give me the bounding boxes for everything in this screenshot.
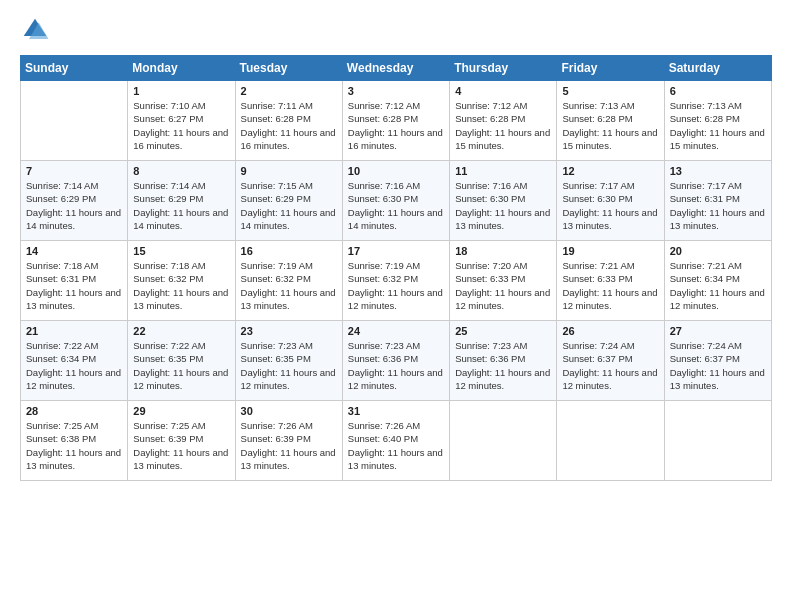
calendar-cell: 21Sunrise: 7:22 AMSunset: 6:34 PMDayligh… (21, 321, 128, 401)
page: SundayMondayTuesdayWednesdayThursdayFrid… (0, 0, 792, 612)
day-number: 14 (26, 245, 122, 257)
calendar-cell: 10Sunrise: 7:16 AMSunset: 6:30 PMDayligh… (342, 161, 449, 241)
weekday-row: SundayMondayTuesdayWednesdayThursdayFrid… (21, 56, 772, 81)
day-info: Sunrise: 7:14 AMSunset: 6:29 PMDaylight:… (26, 179, 122, 232)
day-number: 4 (455, 85, 551, 97)
day-number: 6 (670, 85, 766, 97)
day-info: Sunrise: 7:20 AMSunset: 6:33 PMDaylight:… (455, 259, 551, 312)
calendar-cell: 22Sunrise: 7:22 AMSunset: 6:35 PMDayligh… (128, 321, 235, 401)
day-number: 18 (455, 245, 551, 257)
day-info: Sunrise: 7:14 AMSunset: 6:29 PMDaylight:… (133, 179, 229, 232)
day-info: Sunrise: 7:17 AMSunset: 6:31 PMDaylight:… (670, 179, 766, 232)
day-number: 13 (670, 165, 766, 177)
calendar-cell: 25Sunrise: 7:23 AMSunset: 6:36 PMDayligh… (450, 321, 557, 401)
calendar-cell: 28Sunrise: 7:25 AMSunset: 6:38 PMDayligh… (21, 401, 128, 481)
calendar-cell: 6Sunrise: 7:13 AMSunset: 6:28 PMDaylight… (664, 81, 771, 161)
day-number: 20 (670, 245, 766, 257)
day-info: Sunrise: 7:12 AMSunset: 6:28 PMDaylight:… (455, 99, 551, 152)
calendar-cell: 31Sunrise: 7:26 AMSunset: 6:40 PMDayligh… (342, 401, 449, 481)
calendar-cell: 27Sunrise: 7:24 AMSunset: 6:37 PMDayligh… (664, 321, 771, 401)
day-info: Sunrise: 7:16 AMSunset: 6:30 PMDaylight:… (455, 179, 551, 232)
calendar-cell: 1Sunrise: 7:10 AMSunset: 6:27 PMDaylight… (128, 81, 235, 161)
day-info: Sunrise: 7:24 AMSunset: 6:37 PMDaylight:… (562, 339, 658, 392)
day-number: 7 (26, 165, 122, 177)
day-number: 17 (348, 245, 444, 257)
calendar-cell: 29Sunrise: 7:25 AMSunset: 6:39 PMDayligh… (128, 401, 235, 481)
calendar-cell: 11Sunrise: 7:16 AMSunset: 6:30 PMDayligh… (450, 161, 557, 241)
calendar-week-2: 7Sunrise: 7:14 AMSunset: 6:29 PMDaylight… (21, 161, 772, 241)
day-number: 30 (241, 405, 337, 417)
weekday-header-thursday: Thursday (450, 56, 557, 81)
calendar-cell (664, 401, 771, 481)
day-info: Sunrise: 7:23 AMSunset: 6:36 PMDaylight:… (348, 339, 444, 392)
day-info: Sunrise: 7:25 AMSunset: 6:38 PMDaylight:… (26, 419, 122, 472)
day-number: 21 (26, 325, 122, 337)
day-number: 19 (562, 245, 658, 257)
calendar-cell: 24Sunrise: 7:23 AMSunset: 6:36 PMDayligh… (342, 321, 449, 401)
day-number: 16 (241, 245, 337, 257)
weekday-header-monday: Monday (128, 56, 235, 81)
day-info: Sunrise: 7:25 AMSunset: 6:39 PMDaylight:… (133, 419, 229, 472)
day-number: 27 (670, 325, 766, 337)
day-info: Sunrise: 7:17 AMSunset: 6:30 PMDaylight:… (562, 179, 658, 232)
weekday-header-sunday: Sunday (21, 56, 128, 81)
calendar-cell: 4Sunrise: 7:12 AMSunset: 6:28 PMDaylight… (450, 81, 557, 161)
weekday-header-friday: Friday (557, 56, 664, 81)
calendar-cell (557, 401, 664, 481)
logo (20, 15, 54, 45)
day-info: Sunrise: 7:21 AMSunset: 6:34 PMDaylight:… (670, 259, 766, 312)
weekday-header-tuesday: Tuesday (235, 56, 342, 81)
day-info: Sunrise: 7:19 AMSunset: 6:32 PMDaylight:… (348, 259, 444, 312)
logo-icon (20, 15, 50, 45)
day-info: Sunrise: 7:15 AMSunset: 6:29 PMDaylight:… (241, 179, 337, 232)
calendar-cell: 8Sunrise: 7:14 AMSunset: 6:29 PMDaylight… (128, 161, 235, 241)
day-number: 25 (455, 325, 551, 337)
calendar-cell: 5Sunrise: 7:13 AMSunset: 6:28 PMDaylight… (557, 81, 664, 161)
day-number: 11 (455, 165, 551, 177)
calendar-cell: 18Sunrise: 7:20 AMSunset: 6:33 PMDayligh… (450, 241, 557, 321)
day-number: 26 (562, 325, 658, 337)
calendar-cell (450, 401, 557, 481)
day-number: 23 (241, 325, 337, 337)
day-number: 2 (241, 85, 337, 97)
day-number: 5 (562, 85, 658, 97)
day-info: Sunrise: 7:13 AMSunset: 6:28 PMDaylight:… (670, 99, 766, 152)
calendar-cell: 7Sunrise: 7:14 AMSunset: 6:29 PMDaylight… (21, 161, 128, 241)
calendar-cell: 3Sunrise: 7:12 AMSunset: 6:28 PMDaylight… (342, 81, 449, 161)
day-info: Sunrise: 7:21 AMSunset: 6:33 PMDaylight:… (562, 259, 658, 312)
calendar-cell: 12Sunrise: 7:17 AMSunset: 6:30 PMDayligh… (557, 161, 664, 241)
day-number: 28 (26, 405, 122, 417)
day-number: 3 (348, 85, 444, 97)
weekday-header-saturday: Saturday (664, 56, 771, 81)
calendar-cell: 17Sunrise: 7:19 AMSunset: 6:32 PMDayligh… (342, 241, 449, 321)
calendar-cell: 19Sunrise: 7:21 AMSunset: 6:33 PMDayligh… (557, 241, 664, 321)
calendar-body: 1Sunrise: 7:10 AMSunset: 6:27 PMDaylight… (21, 81, 772, 481)
calendar-week-4: 21Sunrise: 7:22 AMSunset: 6:34 PMDayligh… (21, 321, 772, 401)
calendar-cell: 13Sunrise: 7:17 AMSunset: 6:31 PMDayligh… (664, 161, 771, 241)
calendar-cell: 9Sunrise: 7:15 AMSunset: 6:29 PMDaylight… (235, 161, 342, 241)
day-number: 12 (562, 165, 658, 177)
calendar-cell: 23Sunrise: 7:23 AMSunset: 6:35 PMDayligh… (235, 321, 342, 401)
day-info: Sunrise: 7:18 AMSunset: 6:32 PMDaylight:… (133, 259, 229, 312)
calendar-cell: 20Sunrise: 7:21 AMSunset: 6:34 PMDayligh… (664, 241, 771, 321)
weekday-header-wednesday: Wednesday (342, 56, 449, 81)
day-info: Sunrise: 7:24 AMSunset: 6:37 PMDaylight:… (670, 339, 766, 392)
calendar-table: SundayMondayTuesdayWednesdayThursdayFrid… (20, 55, 772, 481)
calendar-header: SundayMondayTuesdayWednesdayThursdayFrid… (21, 56, 772, 81)
calendar-week-5: 28Sunrise: 7:25 AMSunset: 6:38 PMDayligh… (21, 401, 772, 481)
calendar-cell: 15Sunrise: 7:18 AMSunset: 6:32 PMDayligh… (128, 241, 235, 321)
day-number: 31 (348, 405, 444, 417)
day-info: Sunrise: 7:22 AMSunset: 6:35 PMDaylight:… (133, 339, 229, 392)
calendar-week-1: 1Sunrise: 7:10 AMSunset: 6:27 PMDaylight… (21, 81, 772, 161)
day-info: Sunrise: 7:12 AMSunset: 6:28 PMDaylight:… (348, 99, 444, 152)
day-number: 29 (133, 405, 229, 417)
day-number: 10 (348, 165, 444, 177)
calendar-cell: 14Sunrise: 7:18 AMSunset: 6:31 PMDayligh… (21, 241, 128, 321)
calendar-cell (21, 81, 128, 161)
day-number: 9 (241, 165, 337, 177)
calendar-cell: 16Sunrise: 7:19 AMSunset: 6:32 PMDayligh… (235, 241, 342, 321)
day-info: Sunrise: 7:26 AMSunset: 6:39 PMDaylight:… (241, 419, 337, 472)
calendar-cell: 26Sunrise: 7:24 AMSunset: 6:37 PMDayligh… (557, 321, 664, 401)
day-info: Sunrise: 7:23 AMSunset: 6:36 PMDaylight:… (455, 339, 551, 392)
day-info: Sunrise: 7:16 AMSunset: 6:30 PMDaylight:… (348, 179, 444, 232)
